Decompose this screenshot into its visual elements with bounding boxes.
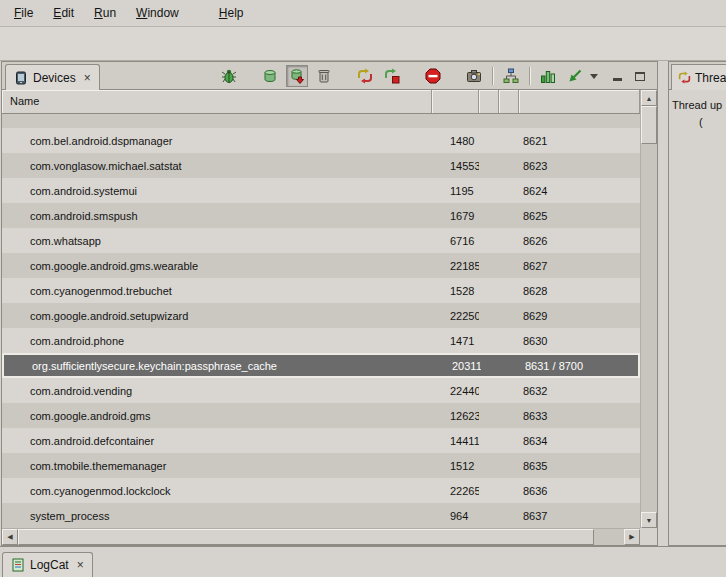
port-cell: 8635 xyxy=(519,460,640,472)
table-row[interactable]: com.vonglasow.michael.satstat145538623 xyxy=(2,153,640,178)
opengl-trace-button[interactable] xyxy=(564,65,586,87)
menu-window[interactable]: Window xyxy=(126,2,189,24)
name-cell: com.google.android.gms xyxy=(2,410,432,422)
vertical-scrollbar[interactable]: ▲ ▼ xyxy=(640,90,657,528)
stop-process-button[interactable] xyxy=(422,65,444,87)
devices-tab-bar: Devices × xyxy=(2,62,657,90)
table-row[interactable]: com.android.systemui11958624 xyxy=(2,178,640,203)
method-profiling-button[interactable] xyxy=(381,65,403,87)
dump-view-hierarchy-button[interactable] xyxy=(500,65,522,87)
close-icon[interactable]: × xyxy=(77,559,84,571)
name-cell: com.android.phone xyxy=(2,335,432,347)
port-cell: 8621 xyxy=(519,135,640,147)
name-cell: com.tmobile.thememanager xyxy=(2,460,432,472)
threads-message-line1: Thread up xyxy=(672,97,723,114)
port-cell: 8634 xyxy=(519,435,640,447)
menu-file[interactable]: File xyxy=(4,2,43,24)
table-row[interactable]: com.google.android.setupwizard222508629 xyxy=(2,303,640,328)
port-cell: 8633 xyxy=(519,410,640,422)
port-cell: 8626 xyxy=(519,235,640,247)
devices-view: Devices × Name com.bel.android.dspmanage… xyxy=(1,61,658,546)
horizontal-scroll-thumb[interactable] xyxy=(18,529,594,545)
name-cell: com.bel.android.dspmanager xyxy=(2,135,432,147)
trash-icon xyxy=(316,68,332,84)
table-row[interactable]: com.cyanogenmod.lockclock222658636 xyxy=(2,478,640,503)
name-cell: com.google.android.gms.wearable xyxy=(2,260,432,272)
pid-cell: 1471 xyxy=(432,335,479,347)
heap-icon xyxy=(262,68,278,84)
green-arrow-icon xyxy=(567,68,583,84)
table-row[interactable]: system_process9648637 xyxy=(2,503,640,528)
debug-icon xyxy=(221,68,237,84)
threads-view: Threads Thread up ( xyxy=(668,61,726,546)
pid-cell: 22440 xyxy=(432,385,479,397)
maximize-button[interactable] xyxy=(633,69,647,83)
column-header-3[interactable] xyxy=(479,90,499,113)
tab-logcat-label: LogCat xyxy=(30,558,69,572)
capture-systrace-button[interactable] xyxy=(537,65,559,87)
table-row[interactable]: com.android.defcontainer144118634 xyxy=(2,428,640,453)
scroll-up-button[interactable]: ▲ xyxy=(641,90,657,106)
cause-gc-button[interactable] xyxy=(313,65,335,87)
menu-run[interactable]: Run xyxy=(84,2,126,24)
scroll-left-button[interactable]: ◀ xyxy=(2,529,18,545)
tab-threads[interactable]: Threads xyxy=(671,64,726,90)
name-cell: com.android.vending xyxy=(2,385,432,397)
chevron-down-icon xyxy=(590,74,598,79)
debug-process-button[interactable] xyxy=(218,65,240,87)
camera-icon xyxy=(466,68,482,84)
port-cell: 8625 xyxy=(519,210,640,222)
view-menu-button[interactable] xyxy=(587,69,601,83)
name-cell: org.sufficientlysecure.keychain:passphra… xyxy=(4,360,434,372)
close-icon[interactable]: × xyxy=(84,72,91,84)
table-row[interactable]: com.google.android.gms126238633 xyxy=(2,403,640,428)
table-row[interactable]: com.android.smspush16798625 xyxy=(2,203,640,228)
dump-hprof-button[interactable] xyxy=(286,65,308,87)
port-cell: 8624 xyxy=(519,185,640,197)
pid-cell: 1480 xyxy=(432,135,479,147)
update-threads-button[interactable] xyxy=(354,65,376,87)
table-row[interactable]: com.bel.android.dspmanager14808621 xyxy=(2,128,640,153)
pid-cell: 964 xyxy=(432,510,479,522)
table-row[interactable]: com.google.android.gms.wearable221858627 xyxy=(2,253,640,278)
column-header-4[interactable] xyxy=(499,90,519,113)
menu-bar: File Edit Run Window Help xyxy=(0,0,726,27)
partial-row xyxy=(2,114,640,128)
pid-cell: 1528 xyxy=(432,285,479,297)
name-cell: system_process xyxy=(2,510,432,522)
horizontal-scrollbar[interactable]: ◀ ▶ xyxy=(2,528,640,545)
table-header: Name xyxy=(2,90,640,114)
screen-capture-button[interactable] xyxy=(463,65,485,87)
port-cell: 8630 xyxy=(519,335,640,347)
name-cell: com.android.systemui xyxy=(2,185,432,197)
pid-cell: 22250 xyxy=(432,310,479,322)
scroll-down-button[interactable]: ▼ xyxy=(641,512,657,528)
table-row[interactable]: com.android.phone14718630 xyxy=(2,328,640,353)
table-row[interactable]: com.tmobile.thememanager15128635 xyxy=(2,453,640,478)
port-cell: 8632 xyxy=(519,385,640,397)
column-header-name[interactable]: Name xyxy=(2,90,432,113)
pid-cell: 14411 xyxy=(432,435,479,447)
menu-help[interactable]: Help xyxy=(209,2,254,24)
toolbar-separator xyxy=(529,67,531,85)
port-cell: 8637 xyxy=(519,510,640,522)
column-header-pid[interactable] xyxy=(432,90,479,113)
pid-cell: 1512 xyxy=(432,460,479,472)
tab-threads-label: Threads xyxy=(695,71,726,85)
table-row[interactable]: com.whatsapp67168626 xyxy=(2,228,640,253)
table-row[interactable]: com.android.vending224408632 xyxy=(2,378,640,403)
table-row[interactable]: org.sufficientlysecure.keychain:passphra… xyxy=(2,353,640,378)
minimize-button[interactable] xyxy=(610,69,624,83)
update-heap-button[interactable] xyxy=(259,65,281,87)
tab-logcat[interactable]: LogCat × xyxy=(2,552,93,577)
scroll-right-button[interactable]: ▶ xyxy=(624,529,640,545)
name-cell: com.cyanogenmod.lockclock xyxy=(2,485,432,497)
name-cell: com.vonglasow.michael.satstat xyxy=(2,160,432,172)
stop-icon xyxy=(425,68,441,84)
vertical-scroll-thumb[interactable] xyxy=(641,106,657,144)
method-profiling-icon xyxy=(384,68,400,84)
tab-devices[interactable]: Devices × xyxy=(5,64,100,90)
column-header-port[interactable] xyxy=(519,90,640,113)
menu-edit[interactable]: Edit xyxy=(43,2,84,24)
table-row[interactable]: com.cyanogenmod.trebuchet15288628 xyxy=(2,278,640,303)
